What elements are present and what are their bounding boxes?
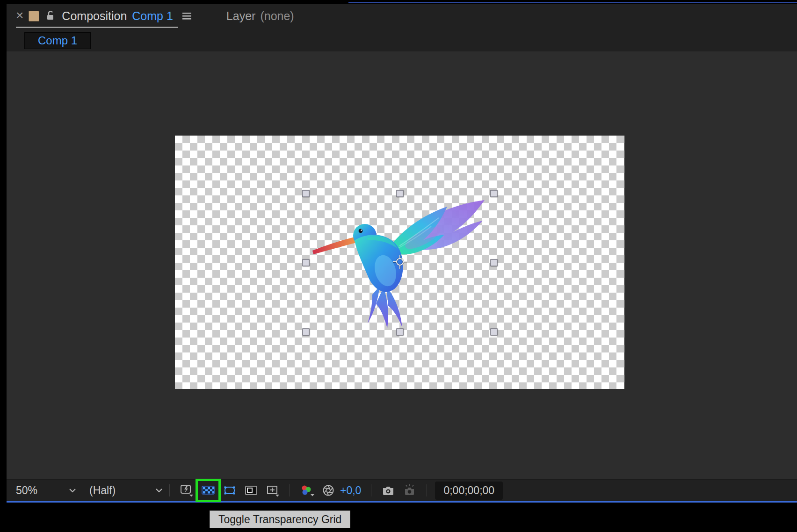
- viewer-tab-row: Comp 1: [7, 28, 797, 52]
- adjust-exposure-icon: [321, 483, 335, 497]
- toolbar-separator: [427, 484, 427, 496]
- toolbar-separator: [371, 484, 371, 496]
- exposure-value[interactable]: +0,0: [340, 484, 361, 497]
- panel-focus-edge: [348, 2, 797, 3]
- close-icon[interactable]: ×: [16, 9, 23, 22]
- tab-layer[interactable]: Layer (none): [226, 9, 294, 23]
- composition-tab-label: Composition: [62, 9, 127, 23]
- show-snapshot-button[interactable]: [400, 482, 419, 499]
- magnification-dropdown[interactable]: 50%: [16, 484, 77, 497]
- selection-handle-top-center[interactable]: [397, 190, 404, 197]
- take-snapshot-icon: [381, 483, 395, 497]
- toolbar-separator: [169, 484, 170, 496]
- composition-thumbnail-icon: [29, 11, 39, 22]
- anchor-point-icon[interactable]: [391, 253, 408, 272]
- toggle-mask-path-visibility-button[interactable]: [220, 482, 239, 499]
- tooltip-text: Toggle Transparency Grid: [218, 513, 341, 525]
- region-of-interest-button[interactable]: [242, 482, 261, 499]
- toolbar-separator: [83, 484, 83, 496]
- magnification-value: 50%: [16, 484, 37, 497]
- selection-handle-bottom-left[interactable]: [303, 329, 310, 336]
- fast-previews-icon: [180, 483, 194, 497]
- grid-guide-options-icon: [266, 483, 280, 497]
- composition-panel: × Composition Comp 1 Layer (none): [7, 4, 797, 503]
- composition-canvas[interactable]: [175, 136, 624, 389]
- composition-tab-name: Comp 1: [132, 9, 173, 23]
- viewer-toolbar: 50% (Half): [7, 479, 797, 501]
- selection-handle-mid-right[interactable]: [491, 259, 498, 266]
- mask-path-visibility-icon: [223, 483, 237, 497]
- grid-guide-options-button[interactable]: [263, 482, 282, 499]
- show-snapshot-icon: [403, 483, 417, 497]
- take-snapshot-button[interactable]: [379, 482, 398, 499]
- selection-handle-top-right[interactable]: [491, 190, 498, 197]
- selection-handle-mid-left[interactable]: [303, 259, 310, 266]
- unlock-icon[interactable]: [44, 9, 57, 23]
- selection-handle-top-left[interactable]: [303, 190, 310, 197]
- screen: × Composition Comp 1 Layer (none): [0, 0, 797, 532]
- selection-handle-bottom-center[interactable]: [397, 329, 404, 336]
- channel-color-settings-icon: [299, 483, 314, 497]
- tooltip: Toggle Transparency Grid: [210, 510, 350, 528]
- resolution-dropdown[interactable]: (Half): [89, 484, 163, 497]
- region-of-interest-icon: [244, 483, 258, 497]
- selection-handle-bottom-right[interactable]: [491, 329, 498, 336]
- adjust-exposure-button[interactable]: [319, 482, 338, 499]
- timecode-display[interactable]: 0;00;00;00: [435, 482, 503, 500]
- fast-previews-button[interactable]: [177, 482, 196, 499]
- tab-composition[interactable]: × Composition Comp 1: [16, 4, 178, 28]
- layer-tab-label: Layer: [226, 9, 256, 23]
- chevron-down-icon: [68, 488, 77, 493]
- panel-tab-bar: × Composition Comp 1 Layer (none): [7, 4, 797, 28]
- panel-menu-button[interactable]: [181, 10, 193, 22]
- transparency-grid-group: [197, 482, 219, 499]
- composition-viewport[interactable]: [7, 51, 797, 480]
- transparency-grid-icon: [201, 483, 215, 497]
- layer-selection-box: [306, 194, 494, 332]
- chevron-down-icon: [155, 488, 163, 493]
- toolbar-separator: [290, 484, 290, 496]
- hamburger-menu-icon: [181, 10, 193, 22]
- resolution-value: (Half): [89, 484, 116, 497]
- toggle-transparency-grid-button[interactable]: [199, 482, 217, 499]
- channel-color-settings-button[interactable]: [297, 482, 316, 499]
- layer-tab-value: (none): [260, 9, 294, 23]
- viewer-tab-comp1[interactable]: Comp 1: [24, 32, 91, 49]
